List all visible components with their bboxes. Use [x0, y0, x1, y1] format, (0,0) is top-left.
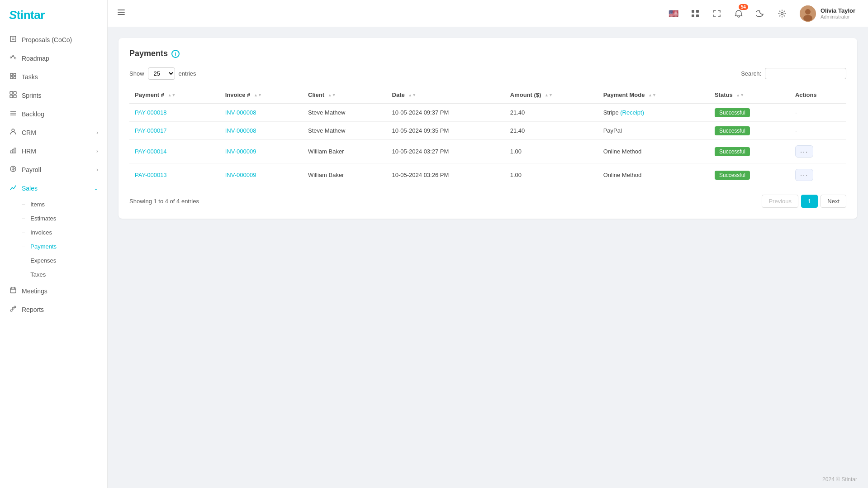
sidebar-item-label: CRM	[22, 129, 36, 136]
client-cell: Steve Mathew	[303, 103, 387, 122]
sidebar-item-reports[interactable]: Reports	[0, 300, 107, 319]
col-actions: Actions	[790, 87, 846, 103]
actions-button[interactable]: ···	[795, 145, 814, 158]
sort-icon[interactable]: ▲▼	[648, 93, 656, 97]
sidebar-item-hrm[interactable]: HRM ›	[0, 142, 107, 160]
language-selector[interactable]: 🇺🇸	[666, 6, 681, 21]
chevron-right-icon: ›	[96, 167, 98, 173]
sidebar-item-roadmap[interactable]: Roadmap	[0, 49, 107, 67]
sort-icon[interactable]: ▲▼	[168, 93, 176, 97]
search-input[interactable]	[765, 68, 846, 79]
sidebar-item-label: Roadmap	[22, 55, 49, 62]
sidebar-item-payroll[interactable]: Payroll ›	[0, 160, 107, 179]
sort-icon[interactable]: ▲▼	[328, 93, 336, 97]
status-cell: Successful	[709, 122, 790, 140]
pagination-row: Showing 1 to 4 of 4 entries Previous 1 N…	[129, 195, 846, 208]
svg-rect-14	[10, 95, 13, 98]
sidebar-item-invoices[interactable]: Invoices	[22, 225, 107, 239]
logo-text: Stintar	[9, 8, 45, 22]
sidebar-item-expenses[interactable]: Expenses	[22, 254, 107, 268]
roadmap-icon	[9, 54, 17, 62]
apps-icon[interactable]	[688, 6, 703, 21]
page-1-button[interactable]: 1	[801, 195, 818, 208]
payment-mode-cell: Online Method	[598, 140, 709, 163]
col-payment-mode: Payment Mode ▲▼	[598, 87, 709, 103]
date-cell: 10-05-2024 03:26 PM	[387, 163, 505, 187]
invoice-num-cell: INV-000008	[220, 122, 303, 140]
items-label: Items	[30, 201, 45, 208]
user-avatar-button[interactable]: Olivia Taylor Administrator	[796, 4, 859, 24]
payments-card: Payments i Show 25 10 50 100 entries Sea…	[119, 38, 857, 219]
sort-icon[interactable]: ▲▼	[545, 93, 553, 97]
reports-icon	[9, 305, 17, 314]
sort-icon[interactable]: ▲▼	[408, 93, 416, 97]
payments-label: Payments	[30, 243, 57, 250]
sprints-icon	[9, 91, 17, 100]
expand-icon[interactable]	[709, 6, 725, 21]
status-cell: Successful	[709, 163, 790, 187]
notifications-icon[interactable]: 54	[731, 6, 746, 21]
date-cell: 10-05-2024 09:35 PM	[387, 122, 505, 140]
payment-num-cell: PAY-000018	[129, 103, 220, 122]
sidebar-item-sales[interactable]: Sales ⌄	[0, 179, 107, 197]
settings-icon[interactable]	[774, 6, 790, 21]
sort-icon[interactable]: ▲▼	[254, 93, 262, 97]
svg-rect-9	[14, 73, 16, 76]
info-icon[interactable]: i	[171, 50, 180, 58]
svg-rect-39	[696, 14, 699, 17]
col-date: Date ▲▼	[387, 87, 505, 103]
sidebar-item-crm[interactable]: CRM ›	[0, 123, 107, 142]
table-controls: Show 25 10 50 100 entries Search:	[129, 67, 846, 80]
col-amount: Amount ($) ▲▼	[505, 87, 598, 103]
next-button[interactable]: Next	[821, 195, 846, 208]
svg-point-40	[781, 12, 783, 14]
payment-num-cell: PAY-000014	[129, 140, 220, 163]
status-badge: Successful	[715, 147, 750, 156]
search-label: Search:	[741, 70, 761, 77]
header: 🇺🇸 54 Olivia Taylor A	[108, 0, 868, 27]
sidebar-item-taxes[interactable]: Taxes	[22, 268, 107, 282]
invoice-link[interactable]: INV-000008	[225, 127, 256, 134]
actions-button[interactable]: ···	[795, 169, 814, 181]
sidebar-item-estimates[interactable]: Estimates	[22, 211, 107, 225]
actions-cell: -	[790, 122, 846, 140]
previous-button[interactable]: Previous	[762, 195, 798, 208]
payment-link[interactable]: PAY-000018	[135, 109, 167, 116]
sidebar-item-sprints[interactable]: Sprints	[0, 86, 107, 105]
svg-rect-36	[692, 10, 694, 13]
sidebar: Stintar Proposals (CoCo) Roadmap Tasks	[0, 0, 108, 488]
menu-icon[interactable]	[117, 8, 126, 19]
invoice-link[interactable]: INV-000009	[225, 148, 256, 155]
sort-icon[interactable]: ▲▼	[736, 93, 744, 97]
sidebar-item-backlog[interactable]: Backlog	[0, 105, 107, 123]
user-role: Administrator	[821, 14, 855, 19]
pagination: Previous 1 Next	[762, 195, 846, 208]
sidebar-item-proposals[interactable]: Proposals (CoCo)	[0, 30, 107, 49]
client-cell: William Baker	[303, 163, 387, 187]
payment-link[interactable]: PAY-000013	[135, 172, 167, 178]
expenses-label: Expenses	[30, 257, 56, 264]
col-status: Status ▲▼	[709, 87, 790, 103]
payment-link[interactable]: PAY-000014	[135, 148, 167, 155]
dark-mode-icon[interactable]	[753, 6, 768, 21]
flag-icon: 🇺🇸	[669, 9, 678, 19]
entries-select[interactable]: 25 10 50 100	[148, 67, 175, 80]
actions-cell: -	[790, 103, 846, 122]
svg-point-4	[13, 56, 14, 57]
table-header-row: Payment # ▲▼ Invoice # ▲▼ Client ▲▼ Da	[129, 87, 846, 103]
invoice-link[interactable]: INV-000008	[225, 109, 256, 116]
taxes-label: Taxes	[30, 271, 46, 278]
svg-line-7	[14, 57, 15, 58]
sidebar-item-items[interactable]: Items	[22, 197, 107, 211]
svg-rect-8	[10, 73, 13, 76]
payment-link[interactable]: PAY-000017	[135, 127, 167, 134]
sidebar-item-tasks[interactable]: Tasks	[0, 67, 107, 86]
sidebar-nav: Proposals (CoCo) Roadmap Tasks Sprints	[0, 30, 107, 488]
receipt-link[interactable]: (Receipt)	[620, 109, 644, 116]
chevron-right-icon: ›	[96, 148, 98, 154]
sidebar-item-meetings[interactable]: Meetings	[0, 282, 107, 300]
table-row: PAY-000014 INV-000009 William Baker 10-0…	[129, 140, 846, 163]
invoice-link[interactable]: INV-000009	[225, 172, 256, 178]
sidebar-item-label: Tasks	[22, 73, 38, 81]
sidebar-item-payments[interactable]: Payments	[22, 239, 107, 254]
